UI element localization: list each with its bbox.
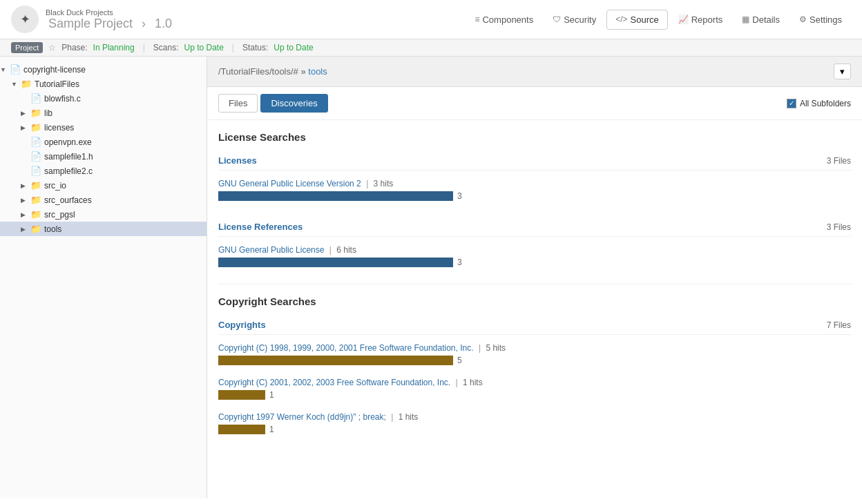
tree-label: samplefile2.c: [44, 166, 93, 176]
files-tab[interactable]: Files: [218, 94, 258, 113]
license-ref-hit-1-bar: [218, 258, 453, 267]
logo-icon: ✦: [20, 12, 30, 27]
tree-item-blowfish.c[interactable]: 📄blowfish.c: [0, 91, 207, 106]
tab-details[interactable]: ▦ Details: [733, 10, 789, 30]
tab-settings-label: Settings: [810, 14, 842, 25]
tab-settings[interactable]: ⚙ Settings: [790, 10, 851, 30]
project-separator: ›: [142, 17, 146, 30]
tree-item-src_io[interactable]: ▶📁src_io: [0, 178, 207, 193]
tree-item-TutorialFiles[interactable]: ▼📁TutorialFiles: [0, 77, 207, 91]
folder-icon: 📁: [30, 180, 41, 191]
licenses-files-count: 3 Files: [827, 156, 851, 166]
license-ref-hit-1-bar-row: 3: [218, 258, 851, 267]
chevron-icon: ▶: [21, 110, 30, 117]
license-hit-1-label: GNU General Public License Version 2 | 3…: [218, 179, 851, 188]
license-references-subtitle: License References: [218, 222, 303, 232]
reports-icon: 📈: [678, 14, 689, 24]
content-area: /TutorialFiles/tools/# » tools ▾ Files D…: [207, 57, 862, 498]
main-layout: ▼📄copyright-license▼📁TutorialFiles📄blowf…: [0, 57, 862, 498]
license-ref-hit-1-link[interactable]: GNU General Public License: [218, 245, 324, 255]
copyright-hit-2-bar-container: [218, 390, 265, 400]
tab-reports-label: Reports: [691, 14, 723, 25]
license-ref-hit-1: GNU General Public License | 6 hits 3: [218, 242, 851, 270]
project-version: 1.0: [155, 17, 172, 30]
tree-item-copyright-license[interactable]: ▼📄copyright-license: [0, 62, 207, 77]
copyright-hit-3-bar: [218, 425, 265, 434]
breadcrumb-dropdown[interactable]: ▾: [834, 64, 851, 79]
company-name: Black Duck Projects: [46, 8, 175, 17]
license-hit-1-bar-container: [218, 191, 453, 201]
license-references-files-count: 3 Files: [827, 222, 851, 232]
copyright-hit-3-link[interactable]: Copyright 1997 Werner Koch (dd9jn)" ; br…: [218, 412, 386, 422]
breadcrumb: /TutorialFiles/tools/# » tools: [218, 66, 327, 77]
shield-icon: 🛡: [553, 14, 561, 24]
discoveries-tab[interactable]: Discoveries: [260, 94, 327, 113]
chevron-icon: ▶: [21, 197, 30, 204]
tree-label: openvpn.exe: [44, 137, 92, 147]
tab-source[interactable]: </> Source: [606, 10, 668, 30]
project-badge: Project: [11, 42, 43, 53]
status-value: Up to Date: [274, 43, 313, 52]
copyright-hit-1-link[interactable]: Copyright (C) 1998, 1999, 2000, 2001 Fre…: [218, 343, 474, 353]
tab-group: Files Discoveries: [218, 94, 328, 113]
copyright-hit-2-bar: [218, 390, 265, 400]
copyright-hit-1: Copyright (C) 1998, 1999, 2000, 2001 Fre…: [218, 340, 851, 368]
copyright-searches-section: Copyright Searches Copyrights 7 Files Co…: [218, 295, 851, 437]
file-icon: 📄: [30, 151, 41, 162]
nav-tabs: ≡ Components 🛡 Security </> Source 📈 Rep…: [466, 10, 851, 30]
tab-components-label: Components: [482, 14, 533, 25]
app-header: ✦ Black Duck Projects Sample Project › 1…: [0, 0, 862, 39]
subheader: Project ☆ Phase: In Planning | Scans: Up…: [0, 39, 862, 57]
folder-icon: 📁: [30, 122, 41, 133]
tree-item-licenses[interactable]: ▶📁licenses: [0, 120, 207, 135]
copyright-hit-1-bar-row: 5: [218, 356, 851, 365]
file-icon: 📄: [30, 137, 41, 147]
tree-item-tools[interactable]: ▶📁tools: [0, 222, 207, 236]
details-icon: ▦: [742, 14, 749, 24]
copyright-hit-2-count: 1: [269, 390, 274, 400]
license-searches-section: License Searches Licenses 3 Files GNU Ge…: [218, 131, 851, 270]
tab-reports[interactable]: 📈 Reports: [669, 10, 732, 30]
all-subfolders-checkbox[interactable]: ✓: [787, 99, 796, 108]
tree-item-samplefile1.h[interactable]: 📄samplefile1.h: [0, 149, 207, 164]
copyrights-subsection: Copyrights 7 Files Copyright (C) 1998, 1…: [218, 316, 851, 437]
license-ref-hit-1-count: 3: [457, 258, 462, 267]
source-icon: </>: [615, 14, 627, 24]
copyright-hit-3-label: Copyright 1997 Werner Koch (dd9jn)" ; br…: [218, 412, 851, 422]
copyright-hit-3: Copyright 1997 Werner Koch (dd9jn)" ; br…: [218, 409, 851, 437]
tree-item-lib[interactable]: ▶📁lib: [0, 106, 207, 120]
project-name: Sample Project: [48, 17, 133, 30]
licenses-header: Licenses 3 Files: [218, 151, 851, 171]
tree-item-src_pgsl[interactable]: ▶📁src_pgsl: [0, 207, 207, 222]
content-tabs: Files Discoveries ✓ All Subfolders: [207, 87, 862, 120]
copyrights-header: Copyrights 7 Files: [218, 316, 851, 335]
star-icon[interactable]: ☆: [48, 43, 56, 52]
copyright-hit-1-bar-container: [218, 356, 453, 365]
tree-item-samplefile2.c[interactable]: 📄samplefile2.c: [0, 164, 207, 178]
copyrights-subtitle: Copyrights: [218, 320, 266, 330]
tree-item-src_ourfaces[interactable]: ▶📁src_ourfaces: [0, 193, 207, 207]
folder-icon: 📁: [30, 209, 41, 220]
license-ref-hit-1-bar-container: [218, 258, 453, 267]
all-subfolders-toggle[interactable]: ✓ All Subfolders: [787, 99, 851, 108]
tab-security-label: Security: [564, 14, 596, 25]
tree-item-openvpn.exe[interactable]: 📄openvpn.exe: [0, 135, 207, 149]
license-hit-1-link[interactable]: GNU General Public License Version 2: [218, 179, 361, 188]
copyright-hit-2-link[interactable]: Copyright (C) 2001, 2002, 2003 Free Soft…: [218, 378, 450, 387]
file-icon: 📄: [30, 93, 41, 104]
file-icon: 📄: [30, 166, 41, 176]
copyright-hit-1-label: Copyright (C) 1998, 1999, 2000, 2001 Fre…: [218, 343, 851, 353]
tab-details-label: Details: [752, 14, 780, 25]
scans-value: Up to Date: [184, 43, 223, 52]
phase-label: Phase:: [61, 43, 87, 52]
tab-security[interactable]: 🛡 Security: [544, 10, 605, 30]
tree-label: blowfish.c: [44, 94, 81, 104]
tab-components[interactable]: ≡ Components: [466, 10, 542, 30]
tree-label: src_io: [44, 181, 66, 191]
licenses-subtitle: Licenses: [218, 155, 257, 166]
copyright-hit-1-count: 5: [457, 356, 462, 365]
license-searches-title: License Searches: [218, 131, 851, 143]
copyright-hit-3-count: 1: [269, 425, 274, 434]
copyright-hit-3-bar-container: [218, 425, 265, 434]
project-title: Sample Project › 1.0: [46, 17, 175, 31]
